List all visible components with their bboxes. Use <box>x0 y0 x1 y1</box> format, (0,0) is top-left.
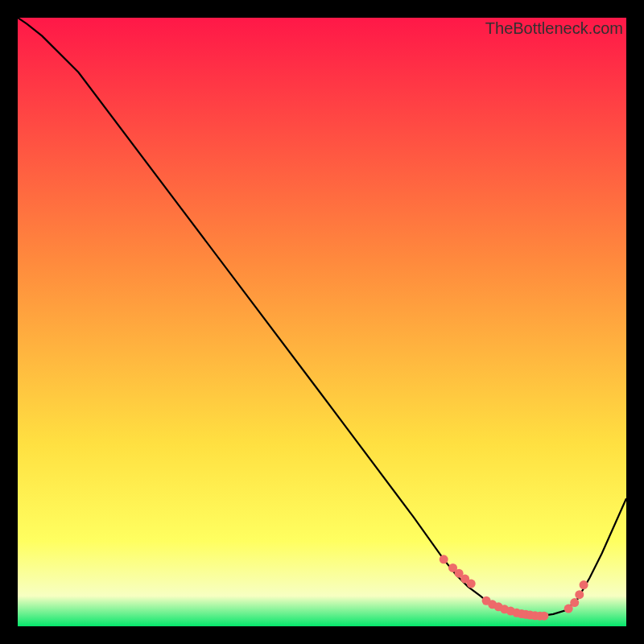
plot-area: TheBottleneck.com <box>18 18 626 626</box>
svg-rect-0 <box>18 18 626 626</box>
background-gradient <box>18 18 626 626</box>
watermark-text: TheBottleneck.com <box>485 19 623 38</box>
chart-frame: TheBottleneck.com <box>0 0 644 644</box>
